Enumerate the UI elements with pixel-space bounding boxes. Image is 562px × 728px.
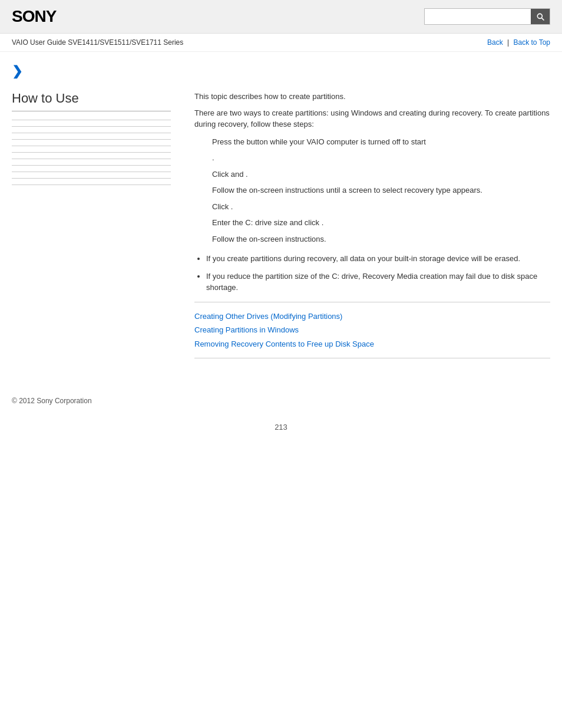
search-input[interactable] <box>425 10 531 24</box>
related-link-3[interactable]: Removing Recovery Contents to Free up Di… <box>194 338 550 350</box>
steps-container: Press the button while your VAIO compute… <box>212 136 550 245</box>
step-6-text: Follow the on-screen instructions. <box>212 235 326 243</box>
chevron-section: ❯ <box>0 52 562 85</box>
bullet-item-1: If you create partitions during recovery… <box>206 253 550 265</box>
step-4-text: Click . <box>212 202 233 211</box>
sidebar-line-6 <box>12 152 171 153</box>
page-number: 213 <box>0 411 562 443</box>
step-2: Click and . <box>212 169 550 180</box>
content-divider-2 <box>194 358 550 358</box>
chevron-right-icon: ❯ <box>12 64 22 78</box>
sidebar-line-9 <box>12 172 171 172</box>
breadcrumb-bar: VAIO User Guide SVE1411/SVE1511/SVE1711 … <box>0 34 562 52</box>
related-link-2[interactable]: Creating Partitions in Windows <box>194 324 550 336</box>
breadcrumb-guide-title: VAIO User Guide SVE1411/SVE1511/SVE1711 … <box>12 38 183 47</box>
step-3-text: Follow the on-screen instructions until … <box>212 186 482 195</box>
sidebar-line-8 <box>12 165 171 166</box>
related-links: Creating Other Drives (Modifying Partiti… <box>194 311 550 350</box>
content-area: This topic describes how to create parti… <box>183 91 550 367</box>
step-5: Enter the C: drive size and click . <box>212 217 550 229</box>
step-2-text: Click and . <box>212 170 248 179</box>
sidebar-line-3 <box>12 133 171 133</box>
footer: © 2012 Sony Corporation <box>0 378 562 411</box>
copyright-text: © 2012 Sony Corporation <box>12 397 92 405</box>
related-link-1[interactable]: Creating Other Drives (Modifying Partiti… <box>194 311 550 322</box>
sidebar-line-10 <box>12 178 171 179</box>
back-to-top-link[interactable]: Back to Top <box>514 38 550 47</box>
step-5-text: Enter the C: drive size and click . <box>212 218 323 227</box>
back-link[interactable]: Back <box>487 38 503 47</box>
sidebar-title: How to Use <box>12 91 171 106</box>
step-1b-text: . <box>212 153 214 162</box>
sidebar-line-4 <box>12 139 171 140</box>
main-content: How to Use This topic describes how to c… <box>0 85 562 378</box>
sidebar-line-2 <box>12 126 171 127</box>
bullet-list: If you create partitions during recovery… <box>206 253 550 294</box>
search-icon <box>535 12 545 21</box>
content-divider-1 <box>194 302 550 302</box>
sidebar-line-1 <box>12 120 171 120</box>
bullet-item-2: If you reduce the partition size of the … <box>206 271 550 294</box>
search-button[interactable] <box>531 9 550 24</box>
breadcrumb-nav: Back | Back to Top <box>487 38 550 47</box>
intro-paragraph-1: This topic describes how to create parti… <box>194 91 550 103</box>
intro-paragraph-2: There are two ways to create partitions:… <box>194 107 550 130</box>
breadcrumb-separator: | <box>507 38 509 47</box>
sidebar-line-7 <box>12 159 171 159</box>
sony-logo: SONY <box>12 7 56 26</box>
search-box[interactable] <box>424 8 550 25</box>
step-1: Press the button while your VAIO compute… <box>212 136 550 148</box>
step-6: Follow the on-screen instructions. <box>212 233 550 245</box>
sidebar: How to Use <box>12 91 183 367</box>
step-1b: . <box>212 152 550 164</box>
sidebar-main-divider <box>12 111 171 111</box>
sidebar-line-5 <box>12 146 171 146</box>
step-1-text: Press the button while your VAIO compute… <box>212 137 426 146</box>
sidebar-line-11 <box>12 185 171 185</box>
header: SONY <box>0 0 562 34</box>
step-3: Follow the on-screen instructions until … <box>212 185 550 196</box>
step-4: Click . <box>212 201 550 213</box>
